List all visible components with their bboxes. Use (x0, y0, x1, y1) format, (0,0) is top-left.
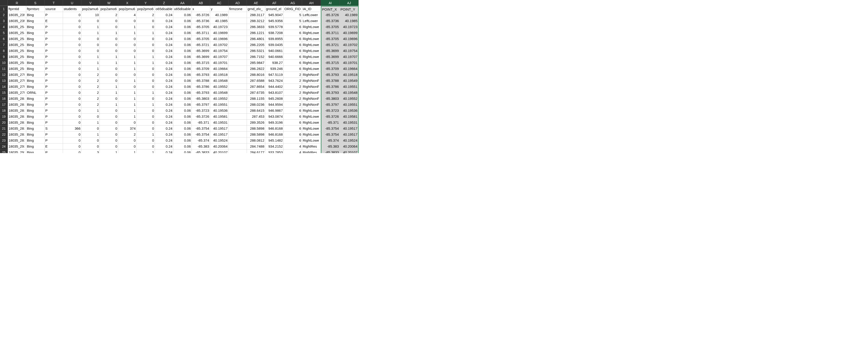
cell[interactable]: 0 (100, 138, 118, 144)
cell[interactable]: P (44, 48, 63, 54)
row-header-24[interactable]: 24 (0, 144, 8, 149)
cell[interactable]: 6 (284, 60, 302, 66)
cell[interactable]: 40.19696 (210, 36, 228, 42)
cell[interactable]: 0.06 (173, 138, 192, 144)
cell[interactable]: Bing (26, 30, 44, 36)
cell[interactable]: 0.06 (173, 66, 192, 72)
cell[interactable] (228, 96, 247, 101)
cell[interactable]: 40.19524 (340, 138, 359, 144)
cell[interactable] (228, 24, 247, 30)
cell[interactable]: ORNL (26, 90, 44, 96)
header-cell-firmzone[interactable]: firmzone (228, 6, 247, 12)
header-cell-pop2amo6[interactable]: pop2amo6 (100, 6, 118, 12)
cell[interactable]: 0.24 (155, 144, 173, 149)
cell[interactable] (228, 101, 247, 108)
cell[interactable]: -85.3726 (321, 12, 340, 18)
cell[interactable] (228, 144, 247, 149)
column-header-Y[interactable]: Y (136, 0, 155, 6)
cell[interactable]: 0.24 (155, 18, 173, 24)
cell[interactable]: 0 (100, 48, 118, 54)
cell[interactable]: Bing (26, 42, 44, 48)
row-header-3[interactable]: 3 (0, 18, 8, 24)
cell[interactable]: 0.24 (155, 60, 173, 66)
cell[interactable]: Bing (26, 149, 44, 153)
cell[interactable]: 1 (136, 149, 155, 153)
cell[interactable]: 18035_25· (8, 60, 26, 66)
cell[interactable]: Bing (26, 114, 44, 120)
cell[interactable]: -85.3709 (321, 66, 340, 72)
cell[interactable]: 0.24 (155, 42, 173, 48)
cell[interactable]: P (44, 101, 63, 108)
cell[interactable]: P (44, 131, 63, 138)
cell[interactable]: 285.9847 (247, 60, 265, 66)
row-header-23[interactable]: 23 (0, 138, 8, 144)
cell[interactable]: 40.19701 (340, 60, 359, 66)
cell[interactable]: 1 (118, 114, 136, 120)
cell[interactable] (228, 120, 247, 125)
cell[interactable]: 2 (118, 131, 136, 138)
cell[interactable]: 2 (81, 101, 100, 108)
cell[interactable]: 0.06 (173, 131, 192, 138)
cell[interactable]: 40.19723 (340, 24, 359, 30)
cell[interactable]: 0.24 (155, 114, 173, 120)
cell[interactable]: 0 (63, 36, 81, 42)
cell[interactable]: 939.8955 (265, 36, 284, 42)
cell[interactable]: Bing (26, 96, 44, 101)
cell[interactable]: 10 (81, 12, 100, 18)
cell[interactable]: -85.3699 (321, 54, 340, 60)
cell[interactable]: 1 (118, 30, 136, 36)
cell[interactable]: 0 (63, 108, 81, 114)
cell[interactable]: 40.20064 (340, 144, 359, 149)
cell[interactable]: 0 (63, 42, 81, 48)
cell[interactable]: 18035_25· (8, 66, 26, 72)
cell[interactable]: 40.19548 (210, 90, 228, 96)
row-header-16[interactable]: 16 (0, 96, 8, 101)
cell[interactable]: -85.3793 (192, 72, 210, 78)
cell[interactable]: 0 (63, 120, 81, 125)
cell[interactable]: Bing (26, 66, 44, 72)
cell[interactable]: 288.1155 (247, 96, 265, 101)
cell[interactable]: -85.3833 (321, 149, 340, 153)
header-cell-pop2pmu6[interactable]: pop2pmu6 (118, 6, 136, 12)
cell[interactable] (228, 42, 247, 48)
cell[interactable]: 0.06 (173, 54, 192, 60)
cell[interactable]: Bing (26, 78, 44, 84)
cell[interactable]: 0 (136, 114, 155, 120)
cell[interactable]: 2 (284, 101, 302, 108)
header-cell-POINT_X[interactable]: POINT_X (321, 6, 340, 12)
column-header-U[interactable]: U (63, 0, 81, 6)
cell[interactable]: 939.246 (265, 66, 284, 72)
cell[interactable]: -85.3705 (321, 24, 340, 30)
cell[interactable]: E (44, 18, 63, 24)
cell[interactable]: RightLowe (302, 138, 321, 144)
cell[interactable]: P (44, 78, 63, 84)
cell[interactable]: Bing (26, 18, 44, 24)
cell[interactable]: 40.19581 (340, 114, 359, 120)
cell[interactable]: 3 (81, 149, 100, 153)
column-header-S[interactable]: S (26, 0, 44, 6)
cell[interactable]: 0.24 (155, 125, 173, 131)
cell[interactable]: 1 (100, 149, 118, 153)
cell[interactable]: 40.20107 (340, 149, 359, 153)
cell[interactable]: -85.383 (192, 144, 210, 149)
cell[interactable]: 40.19664 (210, 66, 228, 72)
row-header-4[interactable]: 4 (0, 24, 8, 30)
cell[interactable]: 18035_27! (8, 78, 26, 84)
row-header-5[interactable]: 5 (0, 30, 8, 36)
cell[interactable]: 1 (118, 101, 136, 108)
cell[interactable]: 40.19702 (340, 42, 359, 48)
cell[interactable]: -85.3803 (321, 96, 340, 101)
cell[interactable]: Bing (26, 108, 44, 114)
cell[interactable]: P (44, 36, 63, 42)
cell[interactable]: Bing (26, 144, 44, 149)
cell[interactable]: 40.19531 (210, 120, 228, 125)
cell[interactable]: 1 (136, 131, 155, 138)
cell[interactable]: 0 (63, 12, 81, 18)
cell[interactable]: 0 (63, 48, 81, 54)
cell[interactable]: 0.24 (155, 96, 173, 101)
cell[interactable] (228, 18, 247, 24)
cell[interactable]: -85.3721 (192, 42, 210, 48)
cell[interactable]: Bing (26, 120, 44, 125)
cell[interactable]: 0 (118, 18, 136, 24)
cell[interactable] (228, 108, 247, 114)
